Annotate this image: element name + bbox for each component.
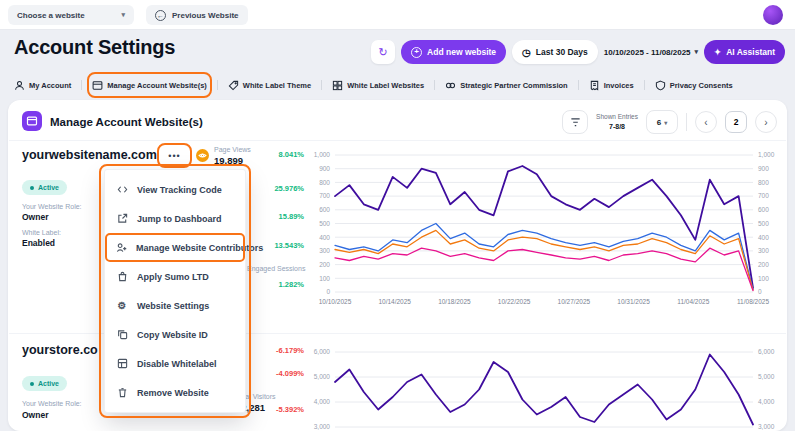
svg-text:500: 500	[758, 220, 769, 227]
menu-item-label: Manage Website Contributors	[136, 243, 263, 253]
user-avatar[interactable]	[763, 5, 783, 25]
menu-item-manage-website-contributors[interactable]: Manage Website Contributors	[105, 233, 245, 262]
tab-label: White Label Websites	[347, 81, 424, 90]
ai-sparkle-icon: ✦	[714, 47, 721, 57]
svg-text:900: 900	[758, 165, 769, 172]
browser-window-icon	[92, 80, 103, 91]
ai-assistant-button[interactable]: ✦ AI Assistant	[704, 40, 785, 64]
tab-strategic-partner-commission[interactable]: Strategic Partner Commission	[445, 77, 568, 93]
tab-manage-account-websites[interactable]: Manage Account Website(s)	[92, 77, 207, 93]
svg-text:300: 300	[319, 247, 330, 254]
menu-item-disable-whitelabel[interactable]: Disable Whitelabel	[105, 349, 245, 378]
website1-whitelabel-label: White Label:	[22, 229, 61, 236]
refresh-button[interactable]: ↻	[371, 40, 395, 64]
svg-text:3,000: 3,000	[758, 423, 775, 430]
page-number: 2	[734, 117, 739, 127]
status-dot-icon	[30, 382, 34, 386]
svg-text:10/14/2025: 10/14/2025	[378, 298, 411, 305]
menu-item-apply-sumo-ltd[interactable]: Apply Sumo LTD	[105, 262, 245, 291]
chevron-left-icon: ‹	[704, 117, 707, 128]
choose-website-dropdown[interactable]: Choose a website ▾	[8, 5, 134, 25]
svg-text:300: 300	[758, 247, 769, 254]
shield-icon	[655, 80, 666, 91]
svg-text:5,000: 5,000	[758, 373, 775, 380]
svg-text:10/22/2025: 10/22/2025	[498, 298, 531, 305]
svg-text:0: 0	[758, 288, 762, 295]
copy-icon	[116, 329, 128, 340]
menu-item-view-tracking-code[interactable]: View Tracking Code	[105, 175, 245, 204]
shopping-bag-icon	[116, 271, 128, 282]
user-icon	[14, 80, 25, 91]
svg-text:4,000: 4,000	[758, 398, 775, 405]
entries-per-page-select[interactable]: 6 ▾	[646, 110, 678, 134]
menu-item-label: Remove Website	[137, 388, 209, 398]
header-controls: ↻ + Add new website ◷ Last 30 Days 10/10…	[371, 40, 785, 64]
tab-label: Manage Account Website(s)	[107, 81, 207, 90]
page-views-icon	[196, 149, 209, 162]
top-bar: Choose a website ▾ ← Previous Website	[0, 0, 795, 30]
tab-label: Invoices	[604, 81, 634, 90]
menu-item-website-settings[interactable]: ⚙ Website Settings	[105, 291, 245, 320]
menu-item-label: Disable Whitelabel	[137, 359, 217, 369]
next-page-button[interactable]: ›	[755, 111, 777, 133]
invoice-icon	[589, 80, 600, 91]
website2-status-badge: Active	[22, 376, 67, 391]
shown-entries-value: 7-8/8	[609, 122, 625, 131]
tag-icon	[228, 80, 239, 91]
previous-website-button[interactable]: ← Previous Website	[146, 5, 248, 25]
refresh-icon: ↻	[379, 46, 388, 59]
date-range-value[interactable]: 10/10/2025 - 11/08/2025 ▾	[604, 48, 698, 57]
date-preset-label: Last 30 Days	[536, 47, 588, 57]
website1-stat-delta: 8.041%	[234, 150, 304, 159]
eye-icon	[198, 151, 207, 160]
ellipsis-icon: •••	[168, 151, 180, 161]
menu-item-label: Copy Website ID	[137, 330, 208, 340]
card-title: Manage Account Website(s)	[50, 116, 203, 128]
previous-page-button[interactable]: ‹	[695, 111, 717, 133]
website1-actions-menu-button[interactable]: •••	[161, 147, 188, 164]
tab-white-label-theme[interactable]: White Label Theme	[228, 77, 311, 93]
clock-icon: ◷	[522, 47, 531, 58]
svg-text:900: 900	[319, 165, 330, 172]
menu-item-jump-to-dashboard[interactable]: Jump to Dashboard	[105, 204, 245, 233]
tab-separator	[578, 80, 579, 90]
svg-text:11/08/2025: 11/08/2025	[737, 298, 769, 305]
chevron-down-icon: ▾	[664, 119, 667, 126]
menu-item-label: View Tracking Code	[137, 185, 222, 195]
date-preset-button[interactable]: ◷ Last 30 Days	[512, 40, 598, 64]
tab-white-label-websites[interactable]: White Label Websites	[332, 77, 424, 93]
status-label: Active	[38, 184, 59, 191]
tab-my-account[interactable]: My Account	[14, 77, 71, 93]
add-new-website-button[interactable]: + Add new website	[401, 40, 506, 64]
website-actions-menu: View Tracking Code Jump to Dashboard Man…	[104, 169, 246, 413]
current-page-button[interactable]: 2	[725, 111, 747, 133]
svg-text:6,000: 6,000	[314, 348, 331, 355]
tab-invoices[interactable]: Invoices	[589, 77, 634, 93]
svg-text:200: 200	[758, 261, 769, 268]
menu-item-remove-website[interactable]: Remove Website	[105, 378, 245, 407]
svg-text:10/18/2025: 10/18/2025	[438, 298, 471, 305]
svg-text:5,000: 5,000	[314, 373, 331, 380]
tab-label: Strategic Partner Commission	[460, 81, 568, 90]
filter-button[interactable]	[562, 110, 588, 134]
svg-text:10/10/2025: 10/10/2025	[319, 298, 352, 305]
user-plus-icon	[116, 242, 127, 253]
svg-text:400: 400	[758, 234, 769, 241]
svg-text:800: 800	[758, 179, 769, 186]
svg-text:200: 200	[319, 261, 330, 268]
website1-role-label: Your Website Role:	[22, 203, 82, 210]
menu-item-copy-website-id[interactable]: Copy Website ID	[105, 320, 245, 349]
svg-text:700: 700	[758, 192, 769, 199]
svg-text:500: 500	[319, 220, 330, 227]
settings-tab-bar: My Account Manage Account Website(s) Whi…	[14, 76, 733, 94]
shown-entries: Shown Entries 7-8/8	[596, 113, 638, 131]
tab-label: Privacy Consents	[670, 81, 733, 90]
card-section-icon	[22, 111, 42, 131]
svg-text:10/31/2025: 10/31/2025	[617, 298, 650, 305]
svg-text:700: 700	[319, 192, 330, 199]
status-label: Active	[38, 380, 59, 387]
website2-role-label: Your Website Role:	[22, 400, 82, 407]
page-title: Account Settings	[14, 36, 175, 59]
tab-label: White Label Theme	[243, 81, 311, 90]
tab-privacy-consents[interactable]: Privacy Consents	[655, 77, 733, 93]
